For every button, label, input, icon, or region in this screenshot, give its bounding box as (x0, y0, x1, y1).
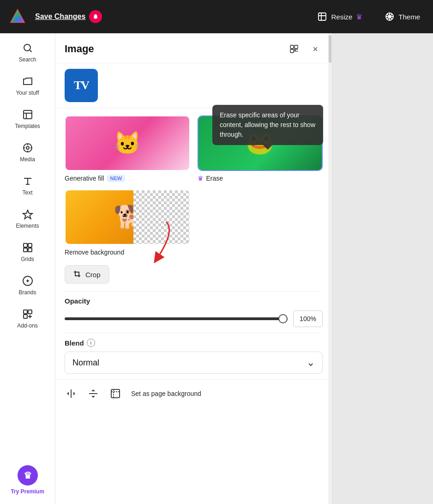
resize-crown-icon: ♛ (356, 12, 362, 21)
search-icon (22, 43, 33, 54)
flip-horizontal-button[interactable] (65, 387, 78, 400)
erase-tooltip: Erase specific areas of your content, al… (212, 105, 323, 145)
sidebar-item-search[interactable]: Search (0, 37, 55, 68)
sidebar-item-brands[interactable]: Brands (0, 270, 55, 301)
alert-badge (89, 10, 102, 23)
remove-bg-card[interactable]: 🐕 Remove background (65, 189, 190, 256)
svg-rect-9 (24, 243, 27, 247)
svg-rect-20 (111, 389, 120, 398)
folder-icon (22, 76, 33, 87)
app-logo (7, 6, 28, 28)
sidebar-item-try-premium[interactable]: ♛ Try Premium (0, 460, 55, 500)
main-layout: Search Your stuff Templates Media (0, 33, 433, 504)
theme-button[interactable]: Theme (379, 9, 426, 24)
opacity-label: Opacity (65, 297, 323, 305)
canvas-area (332, 33, 433, 504)
panel-title: Image (65, 43, 94, 55)
crop-button[interactable]: Crop (65, 265, 109, 284)
svg-point-8 (26, 146, 29, 149)
crop-button-area: Crop (55, 263, 332, 291)
sidebar-item-your-stuff[interactable]: Your stuff (0, 70, 55, 102)
svg-rect-11 (24, 248, 27, 252)
generative-fill-image: 🐱 (65, 115, 190, 171)
sidebar-item-elements[interactable]: Elements (0, 203, 55, 235)
opacity-slider-thumb[interactable] (278, 314, 288, 323)
topbar: Save Changes Resize ♛ Theme (0, 0, 433, 33)
chevron-down-icon: ⌄ (307, 357, 315, 369)
premium-crown-icon: ♛ (18, 465, 38, 486)
topbar-right-actions: Resize ♛ Theme (312, 9, 426, 24)
erase-crown-icon: ♛ (198, 175, 204, 182)
set-bg-label[interactable]: Set as page background (131, 390, 201, 397)
panel-close-button[interactable]: × (308, 42, 323, 56)
panel-header: Image × (55, 33, 332, 63)
svg-rect-13 (24, 310, 27, 314)
sidebar-item-text[interactable]: Text (0, 170, 55, 201)
svg-point-5 (24, 44, 30, 51)
svg-rect-17 (295, 45, 298, 49)
sidebar-item-media[interactable]: Media (0, 137, 55, 168)
sidebar-item-templates[interactable]: Templates (0, 103, 55, 135)
panel-content: 🐱 Generative fill NEW 🐸 ♛ Erase (55, 108, 332, 504)
left-sidebar: Search Your stuff Templates Media (0, 33, 55, 504)
svg-rect-16 (290, 45, 294, 49)
bottom-actions: Set as page background (55, 379, 332, 407)
sidebar-item-grids[interactable]: Grids (0, 237, 55, 268)
image-panel: Image × TV (55, 33, 332, 504)
svg-rect-18 (290, 49, 294, 53)
brands-icon (22, 275, 33, 286)
media-icon (22, 142, 33, 153)
grids-icon (22, 242, 33, 253)
crop-icon (73, 270, 82, 279)
opacity-slider-track[interactable] (65, 317, 288, 320)
text-icon (22, 176, 33, 187)
addons-icon (22, 309, 33, 320)
blend-section: Blend i Normal ⌄ (55, 333, 332, 379)
templates-icon (22, 109, 33, 120)
svg-rect-6 (24, 110, 32, 119)
blend-info-icon: i (87, 339, 95, 347)
svg-rect-3 (319, 13, 326, 20)
panel-grid-icon-button[interactable] (286, 41, 302, 57)
save-changes-button[interactable]: Save Changes (35, 10, 102, 23)
image-thumbnail: TV (65, 69, 98, 102)
remove-bg-image: 🐕 (65, 189, 190, 245)
generative-fill-card[interactable]: 🐱 Generative fill NEW (65, 115, 190, 182)
panel-thumbnail-area: TV (55, 63, 332, 108)
set-bg-icon (109, 387, 122, 400)
svg-rect-12 (28, 248, 32, 252)
svg-rect-14 (28, 310, 32, 314)
panel-scrollbar-thumb[interactable] (329, 35, 331, 63)
opacity-value[interactable]: 100% (293, 310, 323, 327)
opacity-section: Opacity 100% (55, 291, 332, 333)
new-badge: NEW (107, 175, 126, 182)
svg-rect-15 (24, 315, 27, 318)
sidebar-item-addons[interactable]: Add-ons (0, 303, 55, 334)
resize-button[interactable]: Resize ♛ (312, 9, 368, 24)
panel-scrollbar[interactable] (328, 33, 332, 504)
elements-icon (22, 209, 33, 220)
flip-vertical-button[interactable] (87, 387, 100, 400)
svg-rect-10 (28, 243, 32, 247)
blend-select-dropdown[interactable]: Normal ⌄ (65, 352, 323, 374)
